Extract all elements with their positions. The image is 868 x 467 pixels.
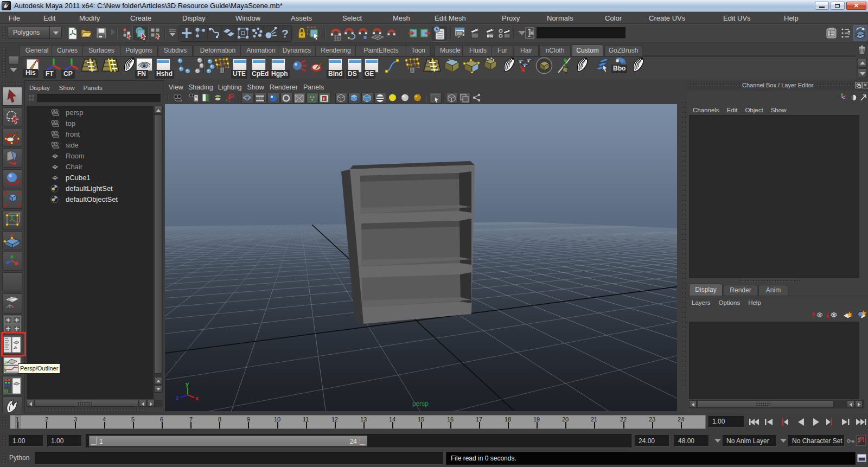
svg-text:T: T	[323, 97, 326, 101]
svg-text:z: z	[176, 394, 179, 401]
svg-text:?: ?	[282, 27, 289, 40]
svg-text:a: a	[531, 31, 533, 35]
svg-text:persp: persp	[412, 400, 429, 407]
svg-text:IPR: IPR	[487, 34, 493, 38]
svg-text:x: x	[195, 395, 199, 401]
svg-text:y: y	[186, 381, 189, 387]
